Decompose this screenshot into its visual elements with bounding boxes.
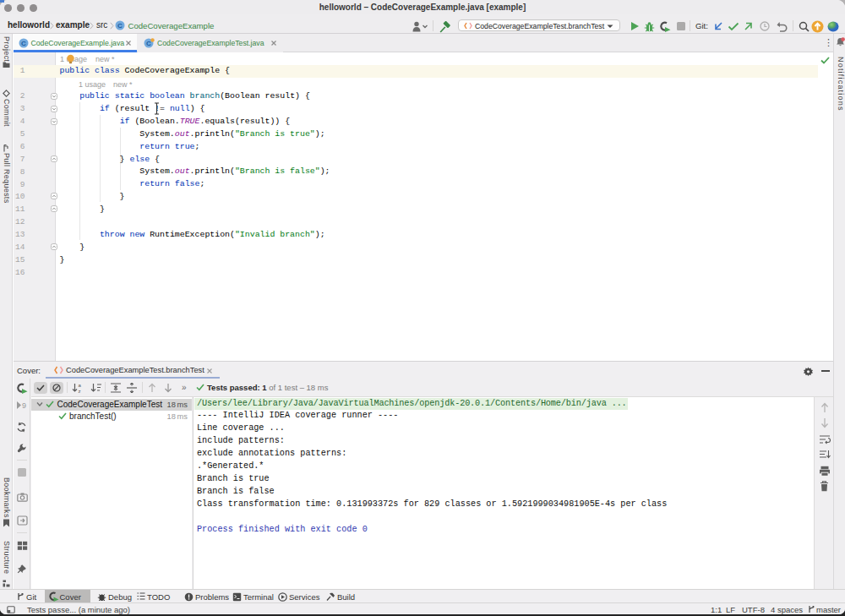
- svg-text:9: 9: [22, 401, 26, 410]
- svg-text:z: z: [79, 388, 81, 393]
- svg-text:a: a: [79, 383, 82, 388]
- svg-text:C: C: [117, 22, 123, 30]
- svg-text:C: C: [146, 40, 151, 47]
- svg-text:C: C: [21, 40, 26, 47]
